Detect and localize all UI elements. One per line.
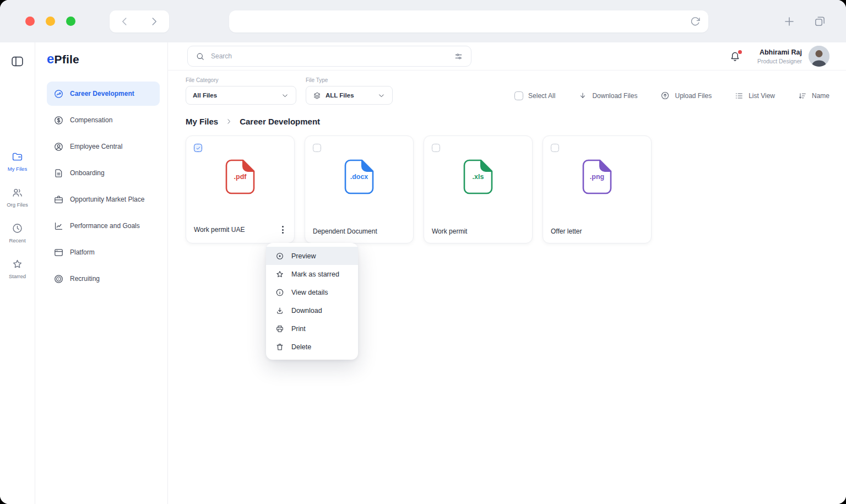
chrome-actions bbox=[783, 15, 826, 28]
new-tab-button[interactable] bbox=[783, 15, 796, 28]
rail-item-my-files[interactable]: My Files bbox=[8, 151, 27, 172]
context-menu-item-view-details[interactable]: View details bbox=[266, 283, 358, 301]
context-menu-label: Delete bbox=[291, 343, 311, 351]
sidebar-item-opportunity-market-place[interactable]: Opportunity Market Place bbox=[47, 187, 160, 212]
context-menu-item-download[interactable]: Download bbox=[266, 301, 358, 319]
forward-button[interactable] bbox=[148, 15, 160, 28]
refresh-button[interactable] bbox=[690, 16, 701, 27]
file-checkbox[interactable] bbox=[551, 144, 559, 152]
rail-item-recent[interactable]: Recent bbox=[9, 223, 25, 243]
file-category-select[interactable]: All Files bbox=[186, 86, 296, 105]
browser-window: My Files Org Files Recent Starred ePfile bbox=[0, 0, 846, 504]
context-menu-item-preview[interactable]: Preview bbox=[266, 247, 358, 265]
file-name: Offer letter bbox=[551, 227, 582, 235]
url-input[interactable] bbox=[237, 17, 690, 25]
sidebar: ePfile Career Development Compensation E… bbox=[35, 42, 168, 504]
app-logo[interactable]: ePfile bbox=[47, 51, 160, 67]
file-name-row: Dependent Document bbox=[313, 227, 405, 235]
refresh-icon bbox=[690, 16, 701, 27]
sidebar-item-platform[interactable]: Platform bbox=[47, 240, 160, 264]
sort-icon bbox=[798, 91, 807, 100]
sidebar-menu: Career Development Compensation Employee… bbox=[47, 82, 160, 291]
file-type-badge: .docx bbox=[344, 159, 374, 194]
sidebar-item-label: Platform bbox=[70, 248, 95, 256]
back-button[interactable] bbox=[118, 15, 131, 28]
user-role: Product Designer bbox=[757, 58, 802, 64]
context-menu-item-print[interactable]: Print bbox=[266, 319, 358, 338]
file-card[interactable]: .xls Work permit bbox=[424, 136, 533, 243]
sidebar-item-employee-central[interactable]: Employee Central bbox=[47, 134, 160, 159]
header-right: Abhirami Raj Product Designer bbox=[729, 46, 829, 67]
file-type-badge: .xls bbox=[463, 159, 493, 194]
search-filter-button[interactable] bbox=[454, 52, 463, 61]
url-bar[interactable] bbox=[229, 10, 708, 32]
tabs-icon bbox=[814, 15, 826, 28]
select-all-checkbox[interactable] bbox=[514, 91, 523, 100]
file-name: Work permit bbox=[432, 227, 467, 235]
sidebar-item-performance-and-goals[interactable]: Performance and Goals bbox=[47, 214, 160, 238]
rail-item-label: My Files bbox=[8, 166, 27, 172]
file-type-badge: .pdf bbox=[225, 159, 255, 194]
list-view-button[interactable]: List View bbox=[735, 91, 775, 100]
rail-nav: My Files Org Files Recent Starred bbox=[7, 151, 28, 279]
sidebar-toggle-button[interactable] bbox=[10, 55, 24, 68]
rail-item-label: Org Files bbox=[7, 202, 28, 208]
minimize-button[interactable] bbox=[46, 17, 55, 26]
printer-icon bbox=[275, 324, 284, 333]
breadcrumb-current: Career Development bbox=[240, 117, 320, 126]
more-options-button[interactable] bbox=[279, 224, 286, 235]
avatar[interactable] bbox=[809, 46, 829, 67]
select-all-control[interactable]: Select All bbox=[514, 91, 555, 100]
file-name: Work permit UAE bbox=[194, 226, 245, 234]
rail-item-org-files[interactable]: Org Files bbox=[7, 187, 28, 208]
breadcrumb-root[interactable]: My Files bbox=[186, 117, 218, 126]
rail-item-starred[interactable]: Starred bbox=[9, 258, 26, 279]
sidebar-item-onboarding[interactable]: Onboarding bbox=[47, 161, 160, 185]
file-card[interactable]: .png Offer letter bbox=[543, 136, 652, 243]
file-type-select[interactable]: ALL Files bbox=[306, 86, 393, 105]
sidebar-item-career-development[interactable]: Career Development bbox=[47, 82, 160, 106]
star-icon bbox=[12, 258, 23, 270]
search-bar[interactable] bbox=[187, 46, 471, 67]
sidebar-item-label: Employee Central bbox=[70, 143, 122, 150]
tab-overview-button[interactable] bbox=[814, 15, 826, 28]
sidebar-item-recruiting[interactable]: Recruiting bbox=[47, 267, 160, 291]
notifications-button[interactable] bbox=[729, 51, 741, 62]
file-card[interactable]: .docx Dependent Document bbox=[305, 136, 414, 243]
upload-circle-icon bbox=[660, 91, 670, 100]
context-menu-item-mark-as-starred[interactable]: Mark as starred bbox=[266, 265, 358, 283]
context-menu-item-delete[interactable]: Delete bbox=[266, 338, 358, 356]
download-files-button[interactable]: Download Files bbox=[578, 91, 637, 100]
close-button[interactable] bbox=[25, 17, 35, 26]
file-context-menu: Preview Mark as starred View details Dow… bbox=[266, 243, 358, 360]
target-icon bbox=[53, 274, 64, 284]
search-input[interactable] bbox=[211, 52, 448, 60]
file-checkbox[interactable] bbox=[194, 144, 202, 152]
sidebar-item-label: Onboarding bbox=[70, 169, 105, 177]
file-name-row: Work permit UAE bbox=[194, 224, 286, 235]
sidebar-item-label: Compensation bbox=[70, 116, 112, 124]
file-category-field: File Category All Files bbox=[186, 77, 296, 105]
info-icon bbox=[275, 288, 284, 297]
nav-buttons bbox=[110, 10, 169, 32]
chevron-left-icon bbox=[118, 15, 131, 28]
download-arrow-icon bbox=[578, 91, 587, 100]
sidebar-item-label: Opportunity Market Place bbox=[70, 196, 144, 203]
context-menu-label: Mark as starred bbox=[291, 270, 339, 278]
sliders-icon bbox=[454, 52, 463, 61]
file-name-row: Offer letter bbox=[551, 227, 643, 235]
app-shell: My Files Org Files Recent Starred ePfile bbox=[0, 42, 846, 504]
sort-by-name-label: Name bbox=[812, 92, 829, 100]
star-icon bbox=[275, 270, 284, 279]
sidebar-item-compensation[interactable]: Compensation bbox=[47, 108, 160, 132]
trash-icon bbox=[275, 343, 284, 351]
chevron-right-icon bbox=[148, 15, 160, 28]
fullscreen-button[interactable] bbox=[66, 17, 75, 26]
file-card[interactable]: .pdf Work permit UAE bbox=[186, 136, 295, 243]
people-icon bbox=[12, 187, 23, 198]
file-checkbox[interactable] bbox=[313, 144, 321, 152]
upload-files-button[interactable]: Upload Files bbox=[660, 91, 712, 100]
sort-by-name-button[interactable]: Name bbox=[798, 91, 829, 100]
file-checkbox[interactable] bbox=[432, 144, 440, 152]
upload-files-label: Upload Files bbox=[675, 92, 712, 100]
